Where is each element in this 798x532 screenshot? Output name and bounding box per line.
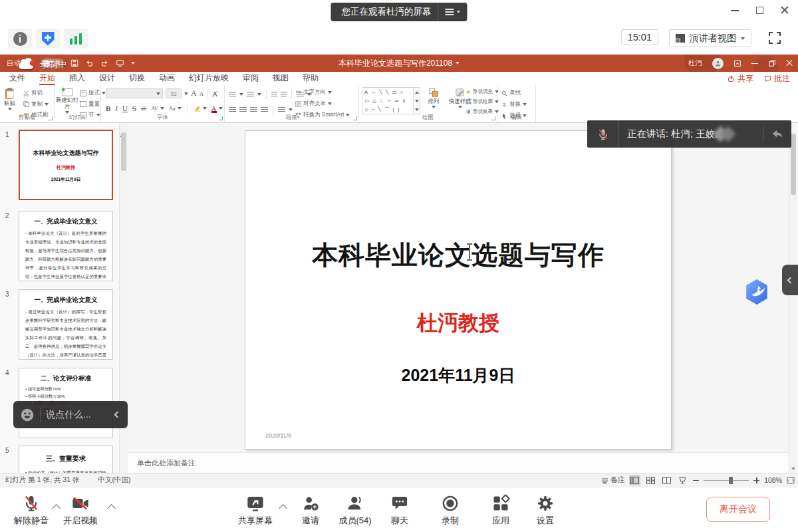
reply-arrow-icon[interactable] (770, 128, 785, 141)
align-center-icon[interactable] (239, 107, 247, 113)
qat-customize-icon[interactable] (131, 62, 135, 65)
zoom-slider-thumb[interactable] (729, 477, 733, 484)
copy-button[interactable]: 复制 (23, 100, 49, 108)
chevron-down-icon[interactable] (184, 92, 188, 95)
dialog-launcher-icon[interactable] (491, 116, 495, 120)
chat-input-placeholder[interactable]: 说点什么... (46, 409, 91, 421)
character-spacing-button[interactable]: AV (151, 106, 164, 112)
clear-formatting-button[interactable]: A (212, 90, 217, 98)
ppt-restore-icon[interactable] (768, 59, 776, 67)
dialog-launcher-icon[interactable] (353, 116, 357, 120)
document-title[interactable]: 本科毕业论文选题与写作201108 (338, 58, 460, 69)
shape-fill-button[interactable]: 形状填充 (466, 88, 499, 95)
justify-icon[interactable] (261, 107, 268, 113)
cut-button[interactable]: 剪切 (23, 89, 49, 97)
grow-font-button[interactable]: A (191, 88, 197, 98)
underline-button[interactable]: U (122, 104, 128, 112)
text-shadow-button[interactable]: ab (141, 105, 146, 112)
ppt-minimize-icon[interactable] (751, 60, 758, 66)
panel-collapse-tab[interactable] (782, 265, 798, 295)
italic-button[interactable]: I (115, 104, 118, 112)
tab-help[interactable]: 帮助 (303, 72, 319, 85)
slide-sorter-view-button[interactable] (645, 475, 656, 485)
dialog-launcher-icon[interactable] (219, 116, 223, 120)
tab-slideshow[interactable]: 幻灯片放映 (189, 72, 229, 85)
redo-icon[interactable] (100, 59, 109, 67)
start-video-button[interactable]: 开启视频 (50, 492, 111, 527)
fit-to-window-icon[interactable] (787, 477, 795, 484)
arrange-button[interactable]: 排列 (423, 87, 444, 108)
align-left-icon[interactable] (229, 107, 236, 113)
emoji-smiley-icon[interactable] (20, 408, 35, 422)
tab-insert[interactable]: 插入 (69, 72, 85, 85)
ribbon-display-icon[interactable] (733, 60, 741, 67)
canvas-scrollbar[interactable] (789, 123, 797, 473)
scrollbar-thumb[interactable] (121, 132, 126, 171)
chevron-down-icon[interactable] (257, 93, 261, 96)
tab-design[interactable]: 设计 (99, 72, 115, 85)
meeting-info-button[interactable] (8, 29, 32, 49)
slideshow-icon[interactable] (116, 59, 124, 67)
slide-thumbnail-3[interactable]: 一、完成毕业论文意义 通过毕业论文（设计）的撰写，学生应初步掌握科学研究和专业技… (19, 289, 113, 360)
ppt-close-icon[interactable] (786, 60, 793, 66)
notes-pane[interactable]: 单击此处添加备注 (128, 452, 789, 473)
font-size-combobox[interactable]: 32 (166, 88, 182, 98)
shapes-gallery[interactable]: A → ╲ ╲ ▭ ○ ▭ △ ∟ ⌐ ⇒ ⇓ ◇ ~ ╲ ⌒ { } (362, 87, 420, 114)
zoom-percentage[interactable]: 108% (764, 476, 782, 484)
leave-meeting-button[interactable]: 离开会议 (706, 497, 770, 522)
tab-file[interactable]: 文件 (9, 72, 25, 85)
banner-menu-button[interactable] (438, 3, 467, 21)
slide-thumbnail-1[interactable]: 本科毕业论文选题与写作 杜沔教授 2021年11月9日 (19, 130, 113, 200)
fullscreen-button[interactable] (767, 31, 782, 45)
align-text-button[interactable]: 对齐文本 (295, 100, 350, 108)
security-button[interactable] (36, 29, 60, 49)
find-button[interactable]: 查找 (501, 89, 527, 97)
shrink-font-button[interactable]: A (200, 90, 204, 97)
scrollbar-thumb[interactable] (791, 134, 796, 195)
highlight-button[interactable] (194, 105, 207, 112)
tab-home[interactable]: 开始 (39, 72, 55, 85)
undo-icon[interactable] (85, 59, 94, 67)
slide-thumbnail-2[interactable]: 一、完成毕业论文意义 本科毕业论文（设计）是对学生所掌握的专业基础理论、专业知识… (19, 211, 113, 281)
slideshow-view-button[interactable] (677, 475, 688, 485)
numbering-icon[interactable] (247, 92, 254, 98)
close-icon[interactable] (781, 6, 789, 14)
tab-transitions[interactable]: 切换 (129, 72, 145, 85)
bullets-icon[interactable] (229, 92, 236, 98)
columns-icon[interactable] (278, 107, 285, 113)
language-indicator[interactable]: 中文(中国) (98, 475, 130, 485)
settings-button[interactable]: 设置 (515, 492, 576, 527)
chat-quick-input[interactable]: 说点什么... (13, 401, 128, 428)
share-screen-button[interactable]: 共享屏幕 (225, 492, 286, 527)
decrease-indent-icon[interactable] (271, 92, 277, 98)
font-name-combobox[interactable] (106, 88, 163, 98)
floating-app-shortcut[interactable] (745, 279, 769, 305)
tab-review[interactable]: 审阅 (243, 72, 259, 85)
replace-button[interactable]: 替换 (501, 100, 527, 108)
change-case-button[interactable]: Aa (169, 105, 182, 112)
maximize-icon[interactable] (756, 7, 763, 14)
minimize-icon[interactable] (731, 6, 739, 14)
normal-view-button[interactable] (629, 475, 640, 485)
zoom-in-button[interactable] (753, 477, 759, 483)
increase-indent-icon[interactable] (281, 92, 287, 98)
tab-animations[interactable]: 动画 (159, 72, 175, 85)
chevron-down-icon[interactable] (289, 108, 293, 111)
slide-thumbnail-5[interactable]: 三、查重要求 毕业论文（设计）的重复率要求不超25% 校级优秀论文（设计）的重复… (19, 446, 113, 473)
zoom-out-button[interactable] (693, 477, 699, 483)
font-color-button[interactable]: A (211, 104, 223, 112)
tab-view[interactable]: 视图 (273, 72, 289, 85)
bold-button[interactable]: B (106, 104, 110, 112)
paste-button[interactable]: 粘贴 (4, 87, 15, 110)
notes-toggle-button[interactable]: 备注 (601, 475, 624, 485)
strikethrough-button[interactable]: S (132, 104, 136, 112)
shape-outline-button[interactable]: 形状轮廓 (466, 98, 499, 105)
collapse-left-icon[interactable] (114, 412, 121, 418)
dialog-launcher-icon[interactable] (49, 116, 53, 120)
network-quality-button[interactable] (64, 29, 88, 49)
align-right-icon[interactable] (250, 107, 257, 113)
view-mode-dropdown[interactable]: 演讲者视图 (669, 29, 751, 47)
reading-view-button[interactable] (661, 475, 672, 485)
new-slide-button[interactable]: 新建幻灯片 (56, 87, 78, 114)
chevron-down-icon[interactable] (239, 93, 243, 96)
